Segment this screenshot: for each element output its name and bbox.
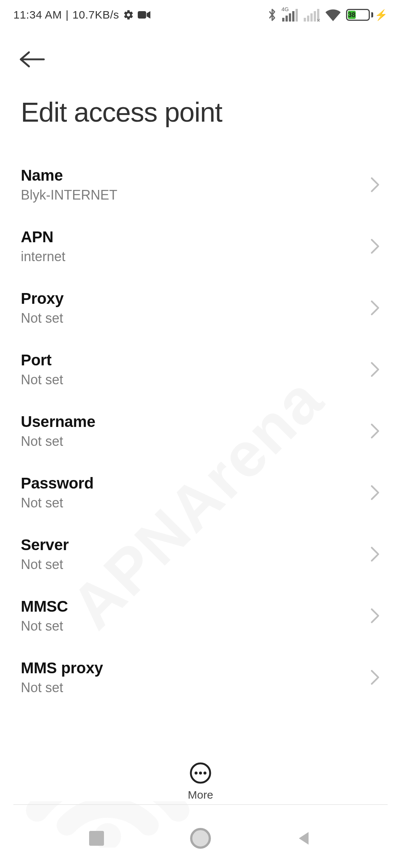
setting-value: Not set xyxy=(21,310,63,326)
nav-home-button[interactable] xyxy=(186,823,215,853)
triangle-left-icon xyxy=(296,830,313,847)
chevron-right-icon xyxy=(370,423,380,439)
app-bar xyxy=(0,30,401,82)
nav-back-button[interactable] xyxy=(290,823,319,853)
charging-icon: ⚡ xyxy=(375,9,388,21)
setting-value: Not set xyxy=(21,618,68,634)
status-sep: | xyxy=(66,9,69,21)
svg-rect-9 xyxy=(314,11,316,22)
back-button[interactable] xyxy=(19,45,48,74)
gear-icon xyxy=(123,9,134,20)
chevron-right-icon xyxy=(370,177,380,193)
setting-apn[interactable]: APN internet xyxy=(0,216,401,277)
chevron-right-icon xyxy=(370,484,380,501)
svg-rect-4 xyxy=(292,11,294,22)
setting-value: Blyk-INTERNET xyxy=(21,187,117,203)
setting-label: Server xyxy=(21,536,69,554)
svg-point-17 xyxy=(203,772,206,775)
setting-label: Username xyxy=(21,413,95,431)
signal-4g-label: 4G xyxy=(281,6,289,12)
svg-rect-6 xyxy=(304,18,306,22)
setting-password[interactable]: Password Not set xyxy=(0,462,401,523)
status-speed: 10.7KB/s xyxy=(72,9,119,21)
setting-port[interactable]: Port Not set xyxy=(0,339,401,400)
signal-sim1: 4G xyxy=(282,8,299,22)
status-time: 11:34 AM xyxy=(13,9,62,21)
setting-name[interactable]: Name Blyk-INTERNET xyxy=(0,154,401,216)
svg-marker-18 xyxy=(299,832,309,845)
setting-value: Not set xyxy=(21,495,94,511)
page-title: Edit access point xyxy=(0,82,401,143)
svg-rect-8 xyxy=(310,13,313,22)
more-label: More xyxy=(188,789,213,801)
signal-sim2: ✕ xyxy=(304,8,320,22)
battery-percent: 38 xyxy=(348,11,355,19)
svg-rect-0 xyxy=(138,11,146,19)
setting-proxy[interactable]: Proxy Not set xyxy=(0,277,401,339)
setting-label: APN xyxy=(21,228,65,246)
status-left: 11:34 AM | 10.7KB/s xyxy=(13,9,150,21)
more-horizontal-icon xyxy=(189,761,212,785)
setting-username[interactable]: Username Not set xyxy=(0,400,401,462)
setting-value: Not set xyxy=(21,680,103,696)
bluetooth-icon xyxy=(267,8,277,22)
setting-mmsc[interactable]: MMSC Not set xyxy=(0,585,401,647)
chevron-right-icon xyxy=(370,238,380,254)
battery-icon: 38 ⚡ xyxy=(346,9,388,21)
svg-rect-5 xyxy=(296,9,298,22)
svg-point-16 xyxy=(199,772,202,775)
svg-rect-2 xyxy=(286,16,288,22)
bottom-divider xyxy=(13,804,388,805)
status-right: 4G ✕ 38 ⚡ xyxy=(267,8,388,22)
status-bar: 11:34 AM | 10.7KB/s 4G ✕ 38 ⚡ xyxy=(0,0,401,30)
navigation-bar xyxy=(0,809,401,868)
setting-value: Not set xyxy=(21,372,63,388)
wifi-icon xyxy=(325,9,341,21)
svg-point-15 xyxy=(195,772,198,775)
svg-text:✕: ✕ xyxy=(316,17,320,22)
nav-recents-button[interactable] xyxy=(82,823,111,853)
settings-list: APNArena Name Blyk-INTERNET APN internet… xyxy=(0,143,401,708)
video-camera-icon xyxy=(138,10,150,20)
content-fade xyxy=(0,727,401,757)
chevron-right-icon xyxy=(370,300,380,316)
setting-value: internet xyxy=(21,249,65,264)
svg-rect-7 xyxy=(307,16,309,22)
setting-label: Name xyxy=(21,167,117,184)
setting-label: MMSC xyxy=(21,598,68,615)
setting-label: Proxy xyxy=(21,290,63,308)
chevron-right-icon xyxy=(370,546,380,562)
setting-mms-proxy[interactable]: MMS proxy Not set xyxy=(0,647,401,708)
setting-label: Password xyxy=(21,474,94,492)
chevron-right-icon xyxy=(370,608,380,624)
square-icon xyxy=(89,831,104,846)
more-menu-button[interactable]: More xyxy=(0,754,401,801)
svg-rect-1 xyxy=(282,18,284,22)
setting-value: Not set xyxy=(21,434,95,449)
setting-label: Port xyxy=(21,351,63,369)
chevron-right-icon xyxy=(370,669,380,685)
setting-label: MMS proxy xyxy=(21,659,103,677)
setting-value: Not set xyxy=(21,557,69,572)
circle-icon xyxy=(190,828,211,849)
chevron-right-icon xyxy=(370,361,380,378)
setting-server[interactable]: Server Not set xyxy=(0,523,401,585)
svg-rect-3 xyxy=(289,13,291,22)
